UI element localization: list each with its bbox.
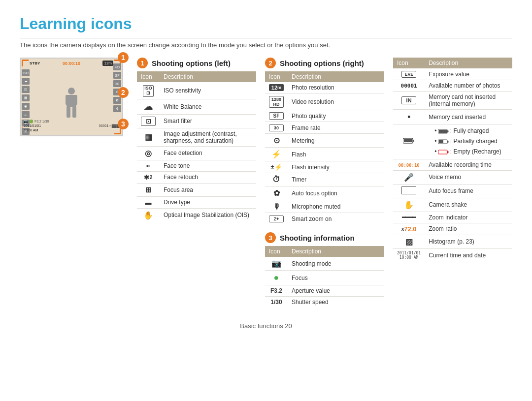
- section2-num: 2: [265, 58, 276, 68]
- svg-rect-8: [404, 139, 412, 142]
- icon-cell: ✋: [393, 198, 425, 212]
- icon-cell: 🎤: [393, 170, 425, 184]
- table-row: F3.2 Aperture value: [265, 285, 384, 297]
- icon-cell: ⚡: [265, 148, 288, 161]
- icon-cell: EV±: [393, 68, 425, 80]
- desc-cell: ISO sensitivity: [160, 82, 256, 99]
- svg-rect-2: [66, 95, 68, 105]
- table-row: 00:00:10 Available recording time: [393, 159, 512, 170]
- desc-cell: Shooting mode: [288, 257, 384, 271]
- table-row: IN Memory card not inserted (Internal me…: [393, 92, 512, 110]
- svg-rect-10: [447, 130, 449, 132]
- camera-preview: STBY 00:00:10 12m ISO ☁ ⊡ ▦ ◉ ▪▫ ✱ ⊞: [20, 58, 128, 138]
- icon-cell: ⏱: [265, 173, 288, 186]
- table-row: : Fully charged : Partially charged : Em…: [393, 124, 512, 159]
- desc-cell: Available recording time: [425, 159, 512, 170]
- section3-col-desc: Description: [288, 246, 384, 257]
- section2-title: 2 Shooting options (right): [265, 58, 384, 68]
- icon-cell: 00:00:10: [393, 159, 425, 170]
- desc-cell: : Fully charged : Partially charged : Em…: [425, 124, 512, 159]
- desc-cell: Metering: [288, 134, 384, 148]
- table-row: ⊙ Metering: [265, 134, 384, 148]
- icon-cell: 📷: [265, 257, 288, 271]
- icon-cell: ▨: [393, 235, 425, 248]
- section2-col: 2 Shooting options (right) Icon Descript…: [265, 58, 384, 315]
- desc-cell: Histogram (p. 23): [425, 235, 512, 248]
- table-row: 🎤 Voice memo: [393, 170, 512, 184]
- desc-cell: Memory card inserted: [425, 110, 512, 124]
- icon-cell: SF: [265, 110, 288, 122]
- desc-cell: Focus area: [160, 183, 256, 196]
- table-row: 00001 Available number of photos: [393, 80, 512, 92]
- table-row: ⏱ Timer: [265, 173, 384, 186]
- table-row: 📷 Shooting mode: [265, 257, 384, 271]
- svg-rect-13: [447, 141, 449, 143]
- table-row: ▬ Drive type: [137, 196, 256, 208]
- desc-cell: Timer: [288, 173, 384, 186]
- table-row: 1280HD Video resolution: [265, 93, 384, 110]
- desc-cell: Video resolution: [288, 93, 384, 110]
- table-row: ⊡ Smart filter: [137, 114, 256, 128]
- table-row: 30 Frame rate: [265, 122, 384, 134]
- table-row: ✿ Auto focus option: [265, 186, 384, 200]
- icon-cell: 2011/01/0110:00 AM: [393, 248, 425, 262]
- section3-col-icon: Icon: [265, 246, 288, 257]
- desc-cell: Auto focus frame: [425, 184, 512, 198]
- desc-cell: Focus: [288, 271, 384, 285]
- desc-cell: Auto focus option: [288, 186, 384, 200]
- section4-table: Icon Description EV± Exposure value00001…: [393, 58, 512, 262]
- table-row: 1/30 Shutter speed: [265, 297, 384, 308]
- icon-cell: ☁: [137, 99, 160, 114]
- icon-cell: ✋: [137, 208, 160, 222]
- icon-cell: [393, 124, 425, 159]
- table-row: ▪▫ Face tone: [137, 160, 256, 171]
- page-footer: Basic functions 20: [20, 322, 512, 330]
- svg-rect-4: [66, 107, 70, 118]
- icon-cell: [393, 184, 425, 198]
- table-row: ±⚡ Flash intensity: [265, 161, 384, 173]
- table-row: ⊞ Focus area: [137, 183, 256, 196]
- icon-cell: F3.2: [265, 285, 288, 297]
- desc-cell: Exposure value: [425, 68, 512, 80]
- desc-cell: Zoom ratio: [425, 223, 512, 235]
- table-row: EV± Exposure value: [393, 68, 512, 80]
- icon-cell: IN: [393, 92, 425, 110]
- desc-cell: Face tone: [160, 160, 256, 171]
- icon-cell: ✿: [265, 186, 288, 200]
- table-row: SF Photo quality: [265, 110, 384, 122]
- desc-cell: Image adjustment (contrast, sharpness, a…: [160, 128, 256, 146]
- table-row: ☁ White Balance: [137, 99, 256, 114]
- icon-cell: ▦: [137, 128, 160, 146]
- desc-cell: Zoom indicator: [425, 212, 512, 223]
- section1-col: 1 Shooting options (left) Icon Descripti…: [137, 58, 256, 315]
- svg-point-0: [68, 88, 75, 94]
- camera-screen: STBY 00:00:10 12m ISO ☁ ⊡ ▦ ◉ ▪▫ ✱ ⊞: [20, 58, 123, 136]
- icon-cell: ▪▫: [137, 160, 160, 171]
- svg-rect-16: [447, 151, 449, 153]
- svg-rect-5: [72, 107, 76, 118]
- desc-cell: Shutter speed: [288, 297, 384, 308]
- section1-num: 1: [137, 58, 148, 68]
- desc-cell: Available number of photos: [425, 80, 512, 92]
- desc-cell: Aperture value: [288, 285, 384, 297]
- icon-cell: x72.0: [393, 223, 425, 235]
- desc-cell: Drive type: [160, 196, 256, 208]
- icon-cell: ⊡: [137, 114, 160, 128]
- icon-cell: ◎: [137, 146, 160, 160]
- section1-col-desc: Description: [160, 71, 256, 82]
- icon-cell: ⊙: [265, 134, 288, 148]
- section1-title: 1 Shooting options (left): [137, 58, 256, 68]
- table-row: Z+ Smart zoom on: [265, 213, 384, 225]
- desc-cell: Optical Image Stabilization (OIS): [160, 208, 256, 222]
- icon-cell: ●: [265, 271, 288, 285]
- desc-cell: Flash: [288, 148, 384, 161]
- section4-col-icon: Icon: [393, 58, 425, 68]
- section2-table: Icon Description 12m Photo resolution128…: [265, 71, 384, 224]
- marker-3: 3: [118, 119, 129, 129]
- table-row: ▨ Histogram (p. 23): [393, 235, 512, 248]
- table-row: ⚡ Flash: [265, 148, 384, 161]
- desc-cell: Memory card not inserted (Internal memor…: [425, 92, 512, 110]
- table-row: ◎ Face detection: [137, 146, 256, 160]
- table-row: ✋ Optical Image Stabilization (OIS): [137, 208, 256, 222]
- desc-cell: Camera shake: [425, 198, 512, 212]
